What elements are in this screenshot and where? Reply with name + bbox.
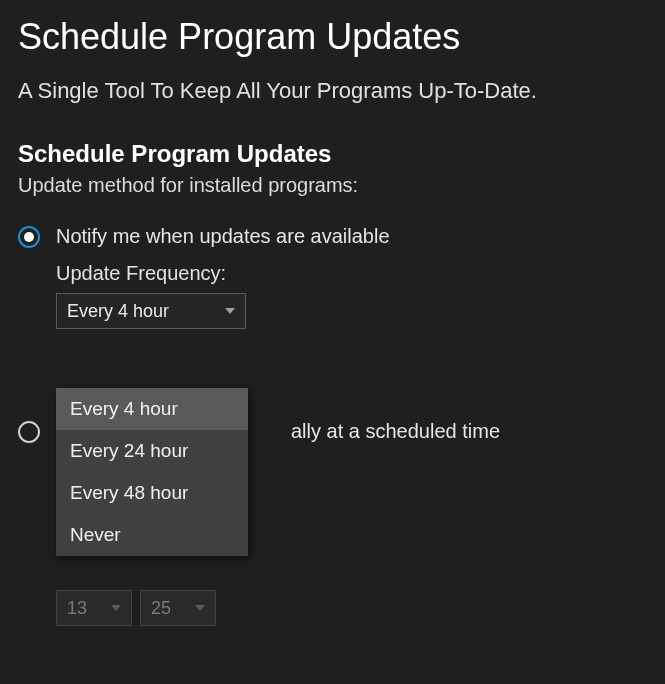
frequency-dropdown[interactable]: Every 4 hour Every 24 hour Every 48 hour… — [56, 388, 248, 556]
page-subtitle: A Single Tool To Keep All Your Programs … — [18, 78, 647, 104]
radio-notify-label: Notify me when updates are available — [56, 225, 390, 248]
section-title: Schedule Program Updates — [18, 140, 647, 168]
minute-value: 25 — [151, 598, 171, 619]
minute-select[interactable]: 25 — [140, 590, 216, 626]
dropdown-item-48h[interactable]: Every 48 hour — [56, 472, 248, 514]
radio-scheduled[interactable] — [18, 421, 40, 443]
frequency-selected-value: Every 4 hour — [67, 301, 169, 322]
radio-scheduled-label-partial: ally at a scheduled time — [291, 420, 500, 443]
frequency-select[interactable]: Every 4 hour — [56, 293, 246, 329]
radio-notify[interactable] — [18, 226, 40, 248]
frequency-label: Update Frequency: — [56, 262, 647, 285]
page-title: Schedule Program Updates — [18, 16, 647, 58]
chevron-down-icon — [225, 308, 235, 314]
section-instruction: Update method for installed programs: — [18, 174, 647, 197]
hour-value: 13 — [67, 598, 87, 619]
chevron-down-icon — [111, 605, 121, 611]
chevron-down-icon — [195, 605, 205, 611]
dropdown-item-24h[interactable]: Every 24 hour — [56, 430, 248, 472]
hour-select[interactable]: 13 — [56, 590, 132, 626]
radio-notify-row[interactable]: Notify me when updates are available — [18, 225, 647, 248]
dropdown-item-4h[interactable]: Every 4 hour — [56, 388, 248, 430]
dropdown-item-never[interactable]: Never — [56, 514, 248, 556]
